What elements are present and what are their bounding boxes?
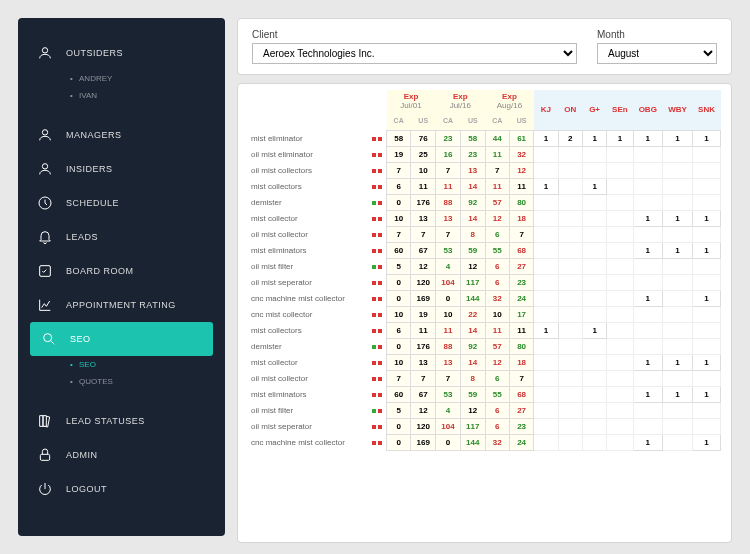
cell: .: [607, 274, 633, 290]
cell: 59: [460, 386, 485, 402]
cell: 169: [411, 290, 436, 306]
cell: 10: [485, 306, 509, 322]
table-row: oil mist seperator0120104117623.......: [248, 274, 721, 290]
cell: .: [693, 258, 721, 274]
cell: .: [558, 178, 582, 194]
label: APPOINTMENT RATING: [66, 300, 176, 310]
cell: 11: [509, 322, 533, 338]
col-sub: US: [509, 112, 533, 130]
sidebar-outsiders[interactable]: OUTSIDERS: [18, 36, 225, 70]
cell: 53: [436, 242, 461, 258]
row-name: oil mist collectors: [248, 162, 368, 178]
sidebar-item[interactable]: LEADS: [18, 220, 225, 254]
row-name: demister: [248, 338, 368, 354]
cell: 1: [693, 210, 721, 226]
cell: 23: [460, 146, 485, 162]
status-dots: [368, 162, 387, 178]
client-field: Client Aeroex Technologies Inc.: [252, 29, 577, 64]
sidebar-sub-ivan[interactable]: IVAN: [18, 87, 225, 104]
row-name: oil mist seperator: [248, 418, 368, 434]
cell: 23: [509, 418, 533, 434]
sidebar: OUTSIDERS ANDREY IVAN MANAGERSINSIDERSSC…: [18, 18, 225, 536]
cell: .: [662, 306, 692, 322]
cell: .: [633, 194, 662, 210]
cell: .: [662, 418, 692, 434]
sidebar-item[interactable]: ADMIN: [18, 438, 225, 472]
cell: 1: [633, 434, 662, 450]
cell: 117: [460, 274, 485, 290]
sidebar-item[interactable]: LEAD STATUSES: [18, 404, 225, 438]
clock-icon: [36, 194, 54, 212]
cell: 1: [693, 354, 721, 370]
sidebar-sub-seo[interactable]: SEO: [18, 356, 225, 373]
cell: 27: [509, 258, 533, 274]
cell: .: [534, 434, 558, 450]
cell: .: [693, 178, 721, 194]
row-name: mist collectors: [248, 178, 368, 194]
cell: .: [582, 402, 606, 418]
status-dots: [368, 194, 387, 210]
cell: .: [633, 258, 662, 274]
status-dots: [368, 146, 387, 162]
cell: .: [607, 354, 633, 370]
table-row: oil mist seperator0120104117623.......: [248, 418, 721, 434]
client-label: Client: [252, 29, 577, 40]
cell: 88: [436, 194, 461, 210]
cell: 68: [509, 386, 533, 402]
sidebar-seo[interactable]: SEO: [30, 322, 213, 356]
cell: .: [693, 146, 721, 162]
cell: 1: [662, 242, 692, 258]
table-row: mist collectors611111411111.1....: [248, 178, 721, 194]
cell: .: [582, 258, 606, 274]
cell: .: [693, 418, 721, 434]
col-metric: SEn: [607, 90, 633, 130]
cell: 80: [509, 194, 533, 210]
cell: 120: [411, 418, 436, 434]
sidebar-item[interactable]: SCHEDULE: [18, 186, 225, 220]
sidebar-sub-andrey[interactable]: ANDREY: [18, 70, 225, 87]
cell: .: [607, 226, 633, 242]
cell: .: [662, 226, 692, 242]
cell: 1: [662, 354, 692, 370]
cell: 0: [387, 194, 411, 210]
status-dots: [368, 418, 387, 434]
cell: 55: [485, 386, 509, 402]
cell: .: [582, 162, 606, 178]
cell: 61: [509, 130, 533, 146]
cell: 1: [633, 354, 662, 370]
sidebar-item[interactable]: MANAGERS: [18, 118, 225, 152]
client-select[interactable]: Aeroex Technologies Inc.: [252, 43, 577, 64]
books-icon: [36, 412, 54, 430]
sidebar-item[interactable]: APPOINTMENT RATING: [18, 288, 225, 322]
sidebar-item[interactable]: BOARD ROOM: [18, 254, 225, 288]
cell: 7: [436, 162, 461, 178]
cell: .: [582, 418, 606, 434]
cell: .: [633, 146, 662, 162]
row-name: cnc mist collector: [248, 306, 368, 322]
cell: .: [558, 274, 582, 290]
cell: 1: [633, 242, 662, 258]
cell: .: [693, 306, 721, 322]
col-sub: CA: [436, 112, 461, 130]
cell: 1: [693, 434, 721, 450]
table-row: oil mist collector777867.......: [248, 226, 721, 242]
cell: 19: [387, 146, 411, 162]
cell: 32: [485, 434, 509, 450]
sidebar-sub-quotes[interactable]: QUOTES: [18, 373, 225, 390]
cell: 5: [387, 402, 411, 418]
sidebar-item[interactable]: LOGOUT: [18, 472, 225, 506]
label: MANAGERS: [66, 130, 122, 140]
month-select[interactable]: August: [597, 43, 717, 64]
svg-rect-6: [40, 454, 49, 460]
status-dots: [368, 354, 387, 370]
cell: .: [582, 146, 606, 162]
sidebar-item[interactable]: INSIDERS: [18, 152, 225, 186]
cell: 60: [387, 386, 411, 402]
cell: .: [534, 354, 558, 370]
cell: 7: [387, 370, 411, 386]
cell: 0: [436, 290, 461, 306]
cell: 12: [411, 258, 436, 274]
cell: .: [633, 402, 662, 418]
table-row: cnc machine mist collector016901443224..…: [248, 434, 721, 450]
cell: 13: [436, 210, 461, 226]
